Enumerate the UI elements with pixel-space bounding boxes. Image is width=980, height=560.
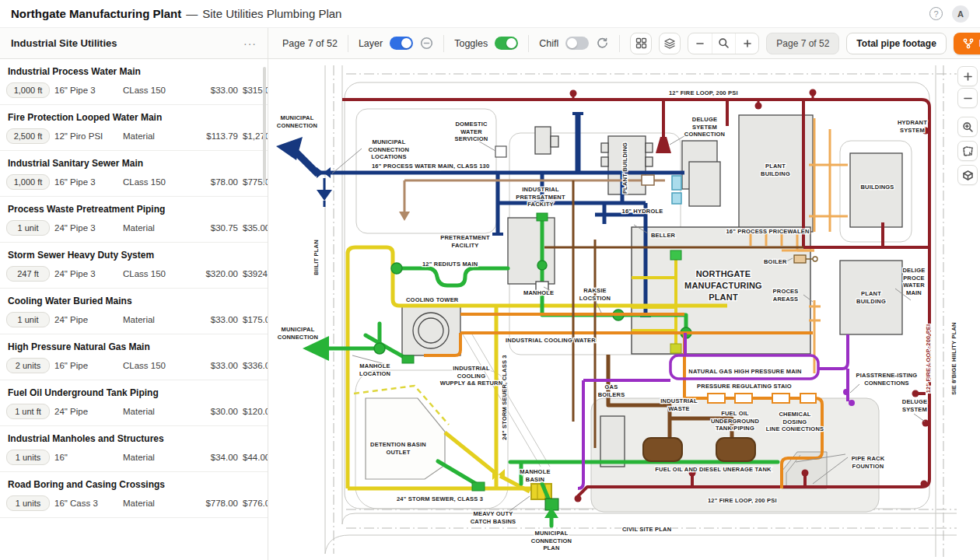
pipe-class: CLass 150 [123,177,188,187]
svg-text:12" FIRE LOOP, 200 PSI: 12" FIRE LOOP, 200 PSI [708,497,777,504]
svg-text:12" FIRE LOOP. 200 PEI: 12" FIRE LOOP. 200 PEI [925,324,932,394]
svg-text:12" REDIUTS MAIN: 12" REDIUTS MAIN [422,261,478,268]
toggles-toggle[interactable] [495,37,518,50]
quantity-badge: 1 unt ft [6,404,50,419]
canvas-zoom-out-button[interactable] [957,88,978,108]
utility-name: Fire Protection Looped Water Main [8,112,258,123]
sidebar-menu-icon[interactable]: ··· [243,37,257,50]
model-box-button[interactable] [957,165,978,185]
utilities-list: Industrial Process Water Main 1,000 ft 1… [0,59,268,560]
utility-row[interactable]: Road Boring and Casing Crossings 1 units… [0,472,268,518]
pipe-class: Material [123,131,188,141]
utility-name: Industrial Process Water Main [8,66,258,77]
pipe-spec: 24" Pipe [54,315,118,324]
pipe-class: CLass 150 [123,269,188,278]
total-price: $175.00 [243,315,268,324]
svg-text:CIVIL SITE PLAN: CIVIL SITE PLAN [622,526,671,533]
utility-name: Storm Sewer Heavy Duty System [8,250,258,261]
quantity-badge: 1 unit [6,312,50,327]
pipe-class: Material [123,315,188,324]
utility-row[interactable]: Industrial Sanitary Sewer Main 1,000 ft … [0,151,268,197]
zoom-out-button[interactable] [688,33,712,54]
collapse-circle-icon[interactable] [420,37,433,50]
canvas-mini-toolbar [957,66,978,185]
utility-row[interactable]: Process Waste Pretreatment Piping 1 unit… [0,197,268,243]
quantity-badge: 2,500 ft [6,128,50,144]
pipe-class: Material [123,499,188,508]
layer-toggle-label: Layer [359,38,383,49]
svg-text:DELUGESYSTEM: DELUGESYSTEM [902,398,927,413]
utility-row[interactable]: Fuel Oil Underground Tank Piping 1 unt f… [0,380,268,426]
pipe-class: CLass 150 [123,86,188,95]
svg-text:24" STORM SEWER, CLASS 3: 24" STORM SEWER, CLASS 3 [397,495,483,502]
total-price: $776.00 [243,499,268,508]
utility-name: Process Waste Pretreatment Piping [8,204,258,215]
unit-price: $33.00 [193,315,238,324]
zoom-control [688,33,759,54]
run-ai-estimate-button[interactable]: Run AI Estimate [954,33,980,54]
total-pipe-footage-button[interactable]: Total pipe footage [846,33,946,54]
pipe-spec: 16" Pipe 3 [54,86,118,95]
svg-text:BELLER: BELLER [651,232,676,239]
total-price: $3924.00 [243,269,268,278]
svg-text:MANHOLE: MANHOLE [523,289,554,296]
total-price: $336.00 [243,361,268,370]
plan-canvas[interactable]: MUNICIPALCONNECTIONMUNICIPALCONNECTIONLO… [268,59,980,560]
svg-text:RAKSIELOCSTION: RAKSIELOCSTION [579,287,611,302]
detention-basin [354,386,449,479]
svg-text:PIASSTRENE-ISTINGCONNECTIONS: PIASSTRENE-ISTINGCONNECTIONS [856,372,918,387]
utility-row[interactable]: Industrial Manholes and Structures 1 uni… [0,426,268,472]
svg-text:12" FIRE LOOP, 200 PSI: 12" FIRE LOOP, 200 PSI [669,89,738,96]
utility-row[interactable]: High Pressure Natural Gas Main 2 units 1… [0,334,268,380]
quantity-badge: 2 units [6,358,50,373]
title-separator: — [186,7,198,20]
zoom-to-area-button[interactable] [957,117,978,137]
utility-row[interactable]: Storm Sewer Heavy Duty System 247 ft 24"… [0,243,268,289]
page-number-button[interactable]: Page 7 of 52 [766,33,839,54]
chifl-toggle[interactable] [565,37,589,50]
utility-row[interactable]: Fire Protection Looped Water Main 2,500 … [0,105,268,151]
pipe-class: Material [123,223,188,233]
svg-text:MUNICIPALCONNECTION: MUNICIPALCONNECTION [278,326,318,341]
help-icon[interactable]: ? [929,7,943,20]
pipe-class: CLass 150 [123,361,188,370]
unit-price: $30.00 [193,407,238,416]
svg-text:COOLING TOWER: COOLING TOWER [406,296,459,303]
utility-row[interactable]: Industrial Process Water Main 1,000 ft 1… [0,59,268,105]
pipe-spec: 12" Piro PSI [54,131,118,141]
unit-price: $78.00 [193,177,238,187]
section-select-button[interactable] [957,141,978,161]
svg-text:BOILER: BOILER [764,258,787,265]
grid-view-button[interactable] [630,33,652,54]
svg-text:DOMESTICWATERSERVICION: DOMESTICWATERSERVICION [455,121,488,142]
sidebar-header: Industrial Site Utilities ··· [0,28,268,58]
pipe-class: Material [123,407,188,416]
utility-name: Fuel Oil Underground Tank Piping [8,387,258,398]
svg-text:GASBOILERS: GASBOILERS [598,383,625,398]
sidebar-scrollbar[interactable] [263,67,266,184]
utility-row[interactable]: Cooling Water Buried Mains 1 unit 24" Pi… [0,289,268,334]
svg-text:16" HYDROLE: 16" HYDROLE [622,208,663,215]
toggles-toggle-label: Toggles [454,38,488,49]
svg-text:DELUGESYETEMCONNECTION: DELUGESYETEMCONNECTION [684,116,725,138]
branch-icon [963,38,974,49]
unit-price: $320.00 [193,269,238,278]
unit-price: $778.00 [193,499,238,508]
svg-text:PRETREATMENTFACILITY: PRETREATMENTFACILITY [440,234,490,249]
svg-text:MANHOLELOCATION: MANHOLELOCATION [359,362,390,377]
utility-name: Cooling Water Buried Mains [8,296,258,306]
site-plan-drawing[interactable]: MUNICIPALCONNECTIONMUNICIPALCONNECTIONLO… [268,59,980,560]
svg-text:16" PROCESS WATER MAIN, CLASS: 16" PROCESS WATER MAIN, CLASS 130 [372,163,489,170]
refresh-icon[interactable] [596,37,609,50]
quantity-badge: 1,000 ft [6,82,50,98]
svg-text:INDUSTRIALCOOLINGWUPPLY && RET: INDUSTRIALCOOLINGWUPPLY && RETURN [440,365,503,387]
zoom-search-button[interactable] [712,33,735,54]
avatar[interactable]: A [952,5,969,23]
total-price: $35.00 [243,223,268,233]
layer-toggle[interactable] [390,37,413,50]
quantity-badge: 1 units [6,450,50,465]
pipe-spec: 24" Pipe 3 [54,269,118,278]
zoom-in-button[interactable] [735,33,758,54]
canvas-zoom-in-button[interactable] [957,66,978,86]
layers-button[interactable] [659,33,681,54]
